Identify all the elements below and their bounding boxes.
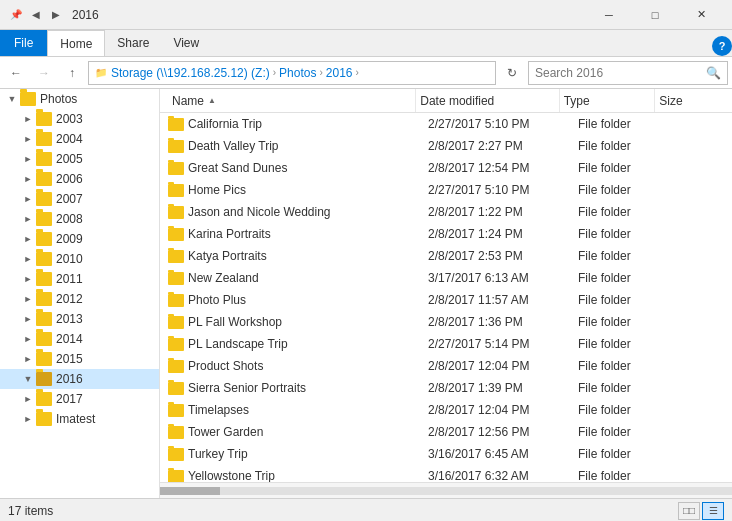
table-row[interactable]: California Trip 2/27/2017 5:10 PM File f… xyxy=(160,113,732,135)
help-button[interactable]: ? xyxy=(712,36,732,56)
address-separator-2: › xyxy=(319,67,322,78)
table-row[interactable]: Product Shots 2/8/2017 12:04 PM File fol… xyxy=(160,355,732,377)
table-row[interactable]: PL Fall Workshop 2/8/2017 1:36 PM File f… xyxy=(160,311,732,333)
sidebar-item-2013[interactable]: ► 2013 xyxy=(0,309,159,329)
file-date: 2/27/2017 5:10 PM xyxy=(428,183,578,197)
file-name: Jason and Nicole Wedding xyxy=(188,205,331,219)
sidebar-item-2004[interactable]: ► 2004 xyxy=(0,129,159,149)
sidebar-item-2014[interactable]: ► 2014 xyxy=(0,329,159,349)
sidebar-item-2006[interactable]: ► 2006 xyxy=(0,169,159,189)
table-row[interactable]: Timelapses 2/8/2017 12:04 PM File folder xyxy=(160,399,732,421)
file-date: 2/8/2017 2:27 PM xyxy=(428,139,578,153)
folder-icon xyxy=(168,360,184,373)
view-grid-button[interactable]: □□ xyxy=(678,502,700,520)
folder-icon-2016 xyxy=(36,372,52,386)
search-input[interactable] xyxy=(535,66,706,80)
window-title: 2016 xyxy=(72,8,586,22)
table-row[interactable]: Death Valley Trip 2/8/2017 2:27 PM File … xyxy=(160,135,732,157)
sidebar-item-2003[interactable]: ► 2003 xyxy=(0,109,159,129)
window-pin-icon: 📌 xyxy=(8,7,24,23)
sidebar-item-2016[interactable]: ▼ 2016 xyxy=(0,369,159,389)
close-button[interactable]: ✕ xyxy=(678,0,724,30)
tree-toggle-2016[interactable]: ▼ xyxy=(20,371,36,387)
back-button[interactable]: ← xyxy=(4,61,28,85)
tree-toggle-2010[interactable]: ► xyxy=(20,251,36,267)
tree-toggle-photos[interactable]: ▼ xyxy=(4,91,20,107)
col-header-type[interactable]: Type xyxy=(560,89,656,112)
file-name: California Trip xyxy=(188,117,262,131)
table-row[interactable]: Turkey Trip 3/16/2017 6:45 AM File folde… xyxy=(160,443,732,465)
tree-toggle-2003[interactable]: ► xyxy=(20,111,36,127)
tab-file[interactable]: File xyxy=(0,30,47,56)
file-date: 2/8/2017 12:54 PM xyxy=(428,161,578,175)
table-row[interactable]: Yellowstone Trip 3/16/2017 6:32 AM File … xyxy=(160,465,732,482)
table-row[interactable]: Great Sand Dunes 2/8/2017 12:54 PM File … xyxy=(160,157,732,179)
tree-toggle-2011[interactable]: ► xyxy=(20,271,36,287)
tab-share[interactable]: Share xyxy=(105,30,161,56)
forward-button[interactable]: → xyxy=(32,61,56,85)
sidebar-item-2015[interactable]: ► 2015 xyxy=(0,349,159,369)
refresh-button[interactable]: ↻ xyxy=(500,61,524,85)
view-list-button[interactable]: ☰ xyxy=(702,502,724,520)
file-name: Great Sand Dunes xyxy=(188,161,287,175)
maximize-button[interactable]: □ xyxy=(632,0,678,30)
tree-toggle-imatest[interactable]: ► xyxy=(20,411,36,427)
col-header-name[interactable]: Name ▲ xyxy=(168,89,416,112)
address-part-1[interactable]: Storage (\\192.168.25.12) (Z:) xyxy=(111,66,270,80)
file-type: File folder xyxy=(578,381,678,395)
tree-toggle-2006[interactable]: ► xyxy=(20,171,36,187)
sidebar-item-2005[interactable]: ► 2005 xyxy=(0,149,159,169)
sidebar-item-photos[interactable]: ▼ Photos xyxy=(0,89,159,109)
sidebar-item-2017[interactable]: ► 2017 xyxy=(0,389,159,409)
tree-toggle-2015[interactable]: ► xyxy=(20,351,36,367)
tree-toggle-2007[interactable]: ► xyxy=(20,191,36,207)
folder-icon-2004 xyxy=(36,132,52,146)
table-row[interactable]: Jason and Nicole Wedding 2/8/2017 1:22 P… xyxy=(160,201,732,223)
file-type: File folder xyxy=(578,227,678,241)
tree-toggle-2017[interactable]: ► xyxy=(20,391,36,407)
tree-toggle-2009[interactable]: ► xyxy=(20,231,36,247)
folder-icon-2010 xyxy=(36,252,52,266)
col-header-size[interactable]: Size xyxy=(655,89,732,112)
sidebar-item-2011[interactable]: ► 2011 xyxy=(0,269,159,289)
tree-toggle-2005[interactable]: ► xyxy=(20,151,36,167)
table-row[interactable]: Tower Garden 2/8/2017 12:56 PM File fold… xyxy=(160,421,732,443)
tree-toggle-2014[interactable]: ► xyxy=(20,331,36,347)
tab-view[interactable]: View xyxy=(161,30,211,56)
sidebar-label-2011: 2011 xyxy=(56,272,83,286)
table-row[interactable]: Karina Portraits 2/8/2017 1:24 PM File f… xyxy=(160,223,732,245)
sidebar-item-2007[interactable]: ► 2007 xyxy=(0,189,159,209)
up-button[interactable]: ↑ xyxy=(60,61,84,85)
col-header-date[interactable]: Date modified xyxy=(416,89,559,112)
file-name: Product Shots xyxy=(188,359,263,373)
file-date: 2/8/2017 11:57 AM xyxy=(428,293,578,307)
folder-icon xyxy=(168,272,184,285)
tab-home[interactable]: Home xyxy=(47,30,105,56)
address-box[interactable]: 📁 Storage (\\192.168.25.12) (Z:) › Photo… xyxy=(88,61,496,85)
horizontal-scrollbar[interactable] xyxy=(160,482,732,498)
sidebar-item-2009[interactable]: ► 2009 xyxy=(0,229,159,249)
address-part-2[interactable]: Photos xyxy=(279,66,316,80)
col-size-label: Size xyxy=(659,94,682,108)
sidebar-item-2010[interactable]: ► 2010 xyxy=(0,249,159,269)
tree-toggle-2008[interactable]: ► xyxy=(20,211,36,227)
table-row[interactable]: Photo Plus 2/8/2017 11:57 AM File folder xyxy=(160,289,732,311)
table-row[interactable]: Sierra Senior Portraits 2/8/2017 1:39 PM… xyxy=(160,377,732,399)
table-row[interactable]: PL Landscape Trip 2/27/2017 5:14 PM File… xyxy=(160,333,732,355)
file-date: 2/8/2017 1:39 PM xyxy=(428,381,578,395)
table-row[interactable]: Katya Portraits 2/8/2017 2:53 PM File fo… xyxy=(160,245,732,267)
tree-toggle-2004[interactable]: ► xyxy=(20,131,36,147)
table-row[interactable]: Home Pics 2/27/2017 5:10 PM File folder xyxy=(160,179,732,201)
address-part-3[interactable]: 2016 xyxy=(326,66,353,80)
minimize-button[interactable]: ─ xyxy=(586,0,632,30)
file-name-cell: Death Valley Trip xyxy=(168,139,428,153)
sidebar-item-imatest[interactable]: ► Imatest xyxy=(0,409,159,429)
tree-toggle-2012[interactable]: ► xyxy=(20,291,36,307)
sidebar-item-2012[interactable]: ► 2012 xyxy=(0,289,159,309)
search-box[interactable]: 🔍 xyxy=(528,61,728,85)
ribbon: File Home Share View ? xyxy=(0,30,732,57)
sidebar-item-2008[interactable]: ► 2008 xyxy=(0,209,159,229)
table-row[interactable]: New Zealand 3/17/2017 6:13 AM File folde… xyxy=(160,267,732,289)
search-icon[interactable]: 🔍 xyxy=(706,66,721,80)
tree-toggle-2013[interactable]: ► xyxy=(20,311,36,327)
